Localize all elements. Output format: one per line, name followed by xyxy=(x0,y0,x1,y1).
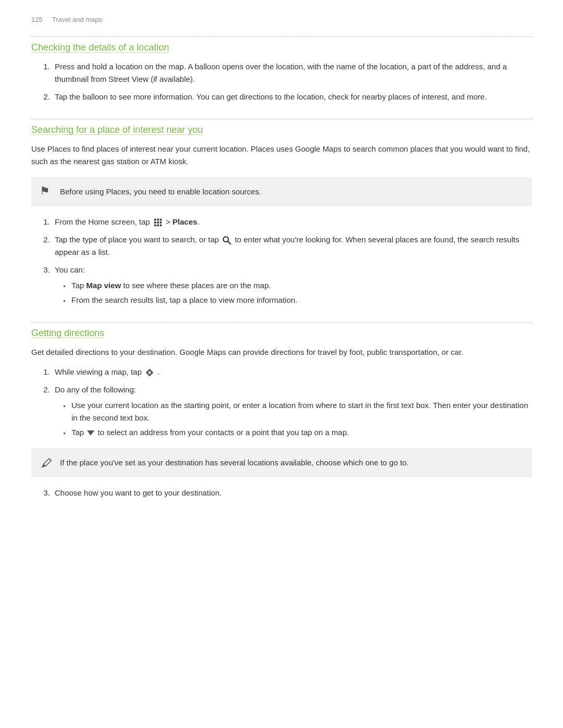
searching-subitem-2: From the search results list, tap a plac… xyxy=(70,294,532,306)
searching-intro: Use Places to find places of interest ne… xyxy=(31,143,532,168)
svg-rect-3 xyxy=(154,221,156,224)
directions-item-2: Do any of the following: Use your curren… xyxy=(52,384,532,439)
section-heading-directions: Getting directions xyxy=(31,328,532,339)
directions-subitems: Use your current location as the startin… xyxy=(70,399,532,439)
searching-item-1-text-middle: > xyxy=(166,217,173,226)
directions-subitem-1: Use your current location as the startin… xyxy=(70,399,532,424)
directions-list: While viewing a map, tap . Do any of the… xyxy=(52,366,532,439)
directions-item-2-text: Do any of the following: xyxy=(55,385,136,394)
searching-item-1: From the Home screen, tap > Places. xyxy=(52,216,532,228)
directions-item-3: Choose how you want to get to your desti… xyxy=(52,487,532,499)
places-bold: Places xyxy=(173,217,198,226)
directions-diamond-icon xyxy=(145,368,154,377)
page-header: 125 Travel and maps xyxy=(31,16,532,26)
map-view-bold: Map view xyxy=(86,281,121,290)
searching-note-text: Before using Places, you need to enable … xyxy=(60,187,261,196)
searching-subitem-1-text-before: Tap xyxy=(71,281,86,290)
checking-list: Press and hold a location on the map. A … xyxy=(52,60,532,103)
section-divider-3 xyxy=(31,322,532,323)
searching-note-box: ⚑ Before using Places, you need to enabl… xyxy=(31,177,532,206)
directions-subitem-2-text-before: Tap xyxy=(71,428,86,437)
section-divider-1 xyxy=(31,36,532,37)
section-heading-searching: Searching for a place of interest near y… xyxy=(31,125,532,135)
section-checking-details: Checking the details of a location Press… xyxy=(31,36,532,103)
searching-subitem-2-text: From the search results list, tap a plac… xyxy=(71,295,298,304)
search-icon xyxy=(222,236,231,245)
directions-item-1: While viewing a map, tap . xyxy=(52,366,532,378)
directions-item-3-text: Choose how you want to get to your desti… xyxy=(55,488,222,497)
searching-item-1-text-end: . xyxy=(197,217,199,226)
svg-rect-1 xyxy=(157,219,159,221)
section-searching: Searching for a place of interest near y… xyxy=(31,119,532,306)
checking-item-1: Press and hold a location on the map. A … xyxy=(52,60,532,85)
searching-item-3: You can: Tap Map view to see where these… xyxy=(52,264,532,306)
directions-intro: Get detailed directions to your destinat… xyxy=(31,346,532,359)
directions-subitem-1-text: Use your current location as the startin… xyxy=(71,401,528,422)
directions-subitem-2: Tap to select an address from your conta… xyxy=(70,426,532,439)
searching-subitem-1: Tap Map view to see where these places a… xyxy=(70,279,532,292)
searching-subitem-1-text-after: to see where these places are on the map… xyxy=(121,281,271,290)
svg-rect-7 xyxy=(157,225,159,227)
directions-note-box: If the place you've set as your destinat… xyxy=(31,448,532,477)
pencil-icon xyxy=(40,456,53,472)
triangle-icon xyxy=(87,430,94,436)
searching-item-2-text-before: Tap the type of place you want to search… xyxy=(55,235,221,244)
svg-line-10 xyxy=(228,241,231,244)
section-heading-checking: Checking the details of a location xyxy=(31,42,532,53)
section-divider-2 xyxy=(31,119,532,119)
searching-subitems: Tap Map view to see where these places a… xyxy=(70,279,532,306)
checking-item-2: Tap the balloon to see more information.… xyxy=(52,91,532,103)
page-title-label: Travel and maps xyxy=(52,16,102,23)
section-getting-directions: Getting directions Get detailed directio… xyxy=(31,322,532,499)
svg-rect-6 xyxy=(154,225,156,227)
svg-rect-2 xyxy=(160,219,162,221)
svg-rect-0 xyxy=(154,219,156,221)
searching-item-3-text: You can: xyxy=(55,265,85,274)
directions-subitem-2-text-after: to select an address from your contacts … xyxy=(98,428,349,437)
flag-icon: ⚑ xyxy=(40,186,50,197)
directions-item-1-text-before: While viewing a map, tap xyxy=(55,367,144,376)
searching-item-2: Tap the type of place you want to search… xyxy=(52,233,532,258)
directions-item-1-text-after: . xyxy=(157,367,160,376)
checking-item-2-text: Tap the balloon to see more information.… xyxy=(55,92,487,101)
searching-item-1-text-before: From the Home screen, tap xyxy=(55,217,152,226)
svg-rect-8 xyxy=(160,225,162,227)
svg-line-11 xyxy=(41,467,42,468)
directions-note-text: If the place you've set as your destinat… xyxy=(60,458,409,467)
searching-list: From the Home screen, tap > Places. Tap … xyxy=(52,216,532,306)
page-number: 125 xyxy=(31,16,43,23)
grid-icon xyxy=(153,218,163,227)
svg-rect-5 xyxy=(160,221,162,224)
svg-rect-4 xyxy=(157,221,159,224)
checking-item-1-text: Press and hold a location on the map. A … xyxy=(55,62,507,83)
directions-list-continued: Choose how you want to get to your desti… xyxy=(52,487,532,499)
